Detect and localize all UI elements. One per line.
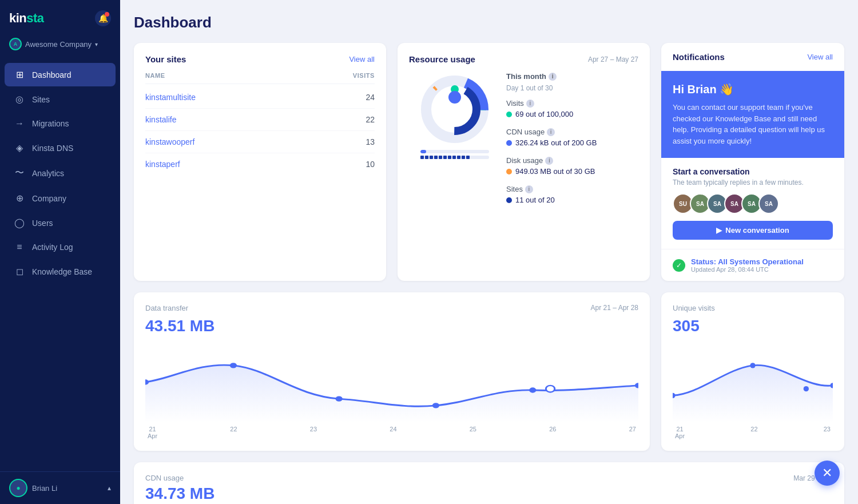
resource-item-sites: Sites i 11 out of 20: [506, 185, 638, 204]
cdn-value: 34.73 MB: [145, 485, 833, 503]
chevron-down-icon: ▾: [95, 41, 98, 47]
top-grid: Your sites View all NAME VISITS kinstamu…: [134, 43, 844, 281]
chat-title: Start a conversation: [673, 167, 833, 176]
company-name: Awesome Company: [25, 40, 92, 49]
main-content: Dashboard Your sites View all NAME VISIT…: [120, 0, 858, 504]
site-link[interactable]: kinstawooperf: [145, 137, 194, 146]
user-info: ● Brian Li: [9, 479, 57, 497]
resource-value: 326.24 kB out of 200 GB: [506, 138, 638, 147]
site-link[interactable]: kinstamultisite: [145, 93, 196, 102]
sidebar-item-dashboard[interactable]: ⊞ Dashboard: [5, 63, 116, 86]
svg-point-9: [335, 396, 342, 402]
svg-point-11: [529, 387, 536, 392]
sidebar-item-users[interactable]: ◯ Users: [5, 211, 116, 235]
site-link[interactable]: kinstaperf: [145, 160, 180, 169]
sites-card-title: Your sites: [145, 54, 186, 64]
col-name: NAME: [145, 72, 165, 79]
notif-header: Notifications View all: [661, 43, 844, 71]
chart-meta: Data transfer Apr 21 – Apr 28: [145, 304, 638, 312]
col-visits: VISITS: [353, 72, 375, 79]
resource-label: Visits i: [506, 99, 638, 108]
notif-title: Notifications: [673, 52, 725, 62]
sites-table-header: NAME VISITS: [145, 72, 375, 84]
sidebar: kinsta 🔔 A Awesome Company ▾ ⊞ Dashboard…: [0, 0, 120, 504]
sites-card-header: Your sites View all: [145, 54, 375, 64]
axis-label: 24: [390, 426, 396, 439]
notifications-bell[interactable]: 🔔: [95, 10, 111, 26]
sidebar-item-label: Knowledge Base: [32, 267, 92, 276]
data-transfer-chart: [145, 342, 638, 422]
charts-grid: Data transfer Apr 21 – Apr 28 43.51 MB: [134, 292, 844, 451]
dot-icon: [506, 112, 512, 117]
sites-view-all-link[interactable]: View all: [349, 55, 375, 64]
notif-view-all[interactable]: View all: [807, 53, 833, 61]
chart-xaxis: 21Apr 22 23: [673, 426, 833, 439]
send-icon: ▶: [716, 226, 722, 235]
status-operational-icon: ✓: [673, 259, 685, 272]
sites-icon: ◎: [14, 94, 25, 105]
resource-value: 949.03 MB out of 30 GB: [506, 167, 638, 176]
avatar-icon: ●: [16, 484, 20, 492]
unique-visits-chart: [673, 342, 833, 422]
notif-message: You can contact our support team if you'…: [673, 102, 833, 146]
resource-value: 11 out of 20: [506, 196, 638, 204]
logo: kinsta: [9, 11, 44, 26]
page-title: Dashboard: [134, 14, 844, 31]
resource-stats: This month i Day 1 out of 30 Visits i 69…: [506, 72, 638, 213]
sidebar-item-kinsta-dns[interactable]: ◈ Kinsta DNS: [5, 136, 116, 160]
close-icon: ✕: [822, 466, 832, 481]
svg-point-8: [230, 363, 237, 368]
notif-purple-section: Hi Brian 👋 You can contact our support t…: [661, 71, 844, 158]
float-close-button[interactable]: ✕: [815, 461, 840, 486]
status-box: ✓ Status: All Systems Operational Update…: [661, 249, 844, 281]
sites-card: Your sites View all NAME VISITS kinstamu…: [134, 43, 386, 281]
chart-meta: Unique visits: [673, 304, 833, 312]
chart-value: 305: [673, 317, 833, 335]
chat-subtitle: The team typically replies in a few minu…: [673, 178, 833, 186]
knowledge-icon: ◻: [14, 266, 25, 277]
info-icon[interactable]: i: [545, 157, 553, 165]
axis-label: 26: [549, 426, 556, 439]
donut-chart: [418, 72, 492, 146]
svg-point-6: [448, 91, 461, 104]
dashboard-icon: ⊞: [14, 69, 25, 80]
donut-chart-area: [409, 72, 500, 159]
bell-badge: [105, 12, 109, 17]
sidebar-item-label: Sites: [32, 95, 50, 104]
company-selector[interactable]: A Awesome Company ▾: [0, 33, 120, 59]
line-chart-svg: [673, 342, 833, 422]
cdn-header: CDN usage Mar 29 – Apr: [145, 474, 833, 482]
activity-icon: ≡: [14, 242, 25, 252]
info-icon[interactable]: i: [526, 100, 534, 108]
axis-label: 22: [230, 426, 237, 439]
sidebar-item-label: Analytics: [32, 169, 64, 178]
user-avatar: ●: [9, 479, 27, 497]
site-link[interactable]: kinstalife: [145, 115, 176, 124]
sidebar-item-company[interactable]: ⊕ Company: [5, 186, 116, 210]
chart-value: 43.51 MB: [145, 317, 638, 335]
chart-xaxis: 21Apr 22 23 24 25 26 27: [145, 426, 638, 439]
sidebar-footer: ● Brian Li ▴: [0, 471, 120, 504]
resource-card-inner: This month i Day 1 out of 30 Visits i 69…: [409, 72, 638, 213]
new-conversation-button[interactable]: ▶ New conversation: [673, 221, 833, 240]
resource-label: CDN usage i: [506, 128, 638, 136]
chart-label: Data transfer: [145, 304, 188, 312]
info-icon[interactable]: i: [547, 128, 555, 136]
chat-box: Start a conversation The team typically …: [661, 158, 844, 249]
unique-visits-card: Unique visits 305: [661, 292, 844, 451]
resource-item-visits: Visits i 69 out of 100,000: [506, 99, 638, 118]
sidebar-item-sites[interactable]: ◎ Sites: [5, 88, 116, 111]
company-avatar: A: [9, 38, 22, 50]
nav-items: ⊞ Dashboard ◎ Sites → Migrations ◈ Kinst…: [0, 59, 120, 471]
axis-label: 21Apr: [675, 426, 685, 439]
sidebar-item-activity-log[interactable]: ≡ Activity Log: [5, 236, 116, 259]
migrations-icon: →: [14, 118, 25, 129]
info-icon[interactable]: i: [549, 73, 557, 81]
sidebar-item-knowledge-base[interactable]: ◻ Knowledge Base: [5, 260, 116, 283]
sidebar-item-analytics[interactable]: 〜 Analytics: [5, 161, 116, 185]
sidebar-item-migrations[interactable]: → Migrations: [5, 112, 116, 135]
info-icon[interactable]: i: [525, 185, 533, 193]
site-visits: 22: [366, 115, 375, 124]
chart-date: Apr 21 – Apr 28: [591, 304, 638, 312]
axis-label: 25: [470, 426, 476, 439]
